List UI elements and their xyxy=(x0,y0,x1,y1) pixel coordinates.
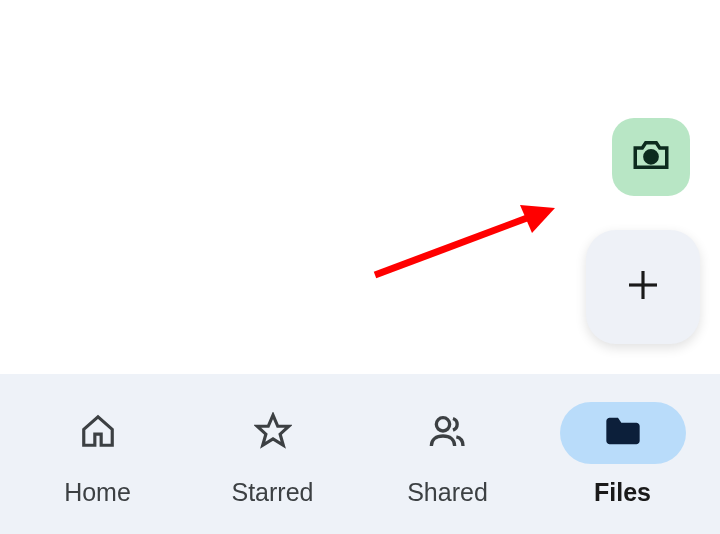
annotation-arrow xyxy=(370,195,570,299)
svg-point-0 xyxy=(645,151,657,163)
add-new-button[interactable] xyxy=(586,230,700,344)
home-icon xyxy=(79,412,117,454)
nav-files[interactable]: Files xyxy=(544,394,702,515)
svg-line-3 xyxy=(375,215,535,275)
nav-starred[interactable]: Starred xyxy=(194,394,352,515)
camera-scan-button[interactable] xyxy=(612,118,690,196)
svg-point-6 xyxy=(436,417,449,430)
nav-shared-label: Shared xyxy=(407,478,488,507)
nav-starred-label: Starred xyxy=(232,478,314,507)
nav-home[interactable]: Home xyxy=(19,394,177,515)
svg-marker-5 xyxy=(257,415,289,445)
svg-marker-4 xyxy=(520,205,555,233)
camera-icon xyxy=(630,134,672,180)
people-icon xyxy=(428,411,468,455)
star-icon xyxy=(254,412,292,454)
nav-shared[interactable]: Shared xyxy=(369,394,527,515)
main-content-area xyxy=(0,0,720,374)
folder-icon xyxy=(603,411,643,455)
nav-files-label: Files xyxy=(594,478,651,507)
bottom-navigation: Home Starred Shared xyxy=(0,374,720,534)
nav-home-label: Home xyxy=(64,478,131,507)
plus-icon xyxy=(622,264,664,310)
